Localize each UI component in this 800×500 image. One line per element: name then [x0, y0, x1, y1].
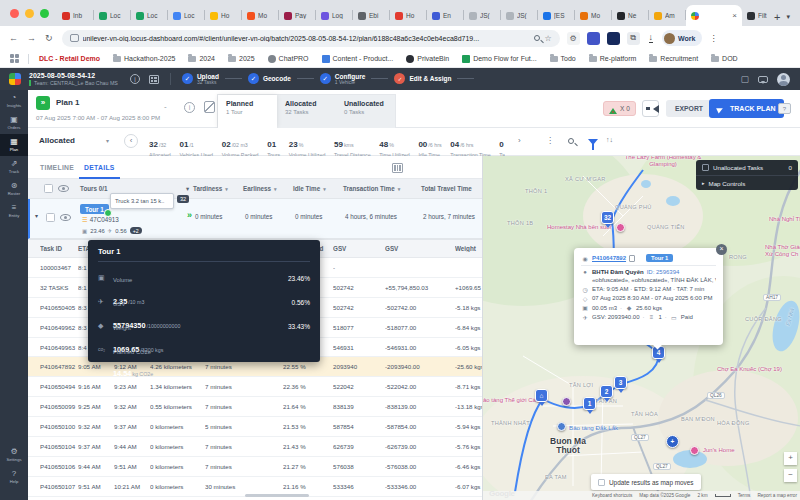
tour-row[interactable]: ▾ Tour 1 Truck 3.2 tan 15 k.. 32 ☰47C049…	[28, 199, 482, 239]
map-marker[interactable]: +	[666, 435, 679, 448]
copy-icon[interactable]	[629, 255, 635, 262]
plan-info-icon[interactable]: i	[184, 102, 195, 113]
zoom-out-button[interactable]: −	[784, 469, 797, 482]
sidebar-item[interactable]: Orders	[0, 112, 28, 134]
browser-tab[interactable]: Ho ×	[390, 5, 427, 26]
browser-tab[interactable]: Ne ×	[612, 5, 649, 26]
popup-task-link[interactable]: P410647892	[592, 255, 626, 261]
map-marker[interactable]	[562, 397, 571, 406]
bookmark-item[interactable]: Demo Flow for Fut...	[462, 54, 536, 63]
unallocated-checkbox[interactable]	[702, 164, 709, 171]
tab-details[interactable]: DETAILS	[84, 164, 115, 171]
tours-group-header[interactable]: Tours 0/1	[80, 185, 108, 192]
filter-icon[interactable]	[588, 139, 598, 145]
workflow-step[interactable]: ✓ Geocode	[248, 73, 291, 84]
shortcuts-icon[interactable]: ?	[778, 103, 791, 114]
workflow-step[interactable]: ✓ Configure 1 Vehicle	[320, 73, 366, 86]
downloads-icon[interactable]: ↓	[649, 33, 654, 43]
announce-button[interactable]	[642, 100, 659, 117]
browser-tab[interactable]: Mo ×	[242, 5, 279, 26]
workflow-step[interactable]: ✓ Upload 32 Tasks	[182, 73, 219, 86]
task-id[interactable]: P410650099	[40, 403, 78, 410]
unallocated-tasks-toggle[interactable]: Unallocated Tasks 0	[696, 160, 798, 175]
browser-menu-icon[interactable]: ⋮	[709, 34, 717, 43]
apps-grid-icon[interactable]	[10, 54, 19, 63]
sidebar-item[interactable]: Settings	[0, 444, 28, 466]
tour-eye-icon[interactable]	[60, 214, 71, 221]
fullscreen-icon[interactable]: ▢	[740, 74, 749, 84]
plan-edit-icon[interactable]	[204, 101, 215, 113]
sidebar-item[interactable]: Insights	[0, 90, 28, 112]
table-row[interactable]: P410650494 9:16 AM 9:23 AM 1.34 kilomete…	[28, 377, 482, 397]
plan-tab[interactable]: Unallocated 0 Tasks	[336, 95, 395, 128]
eye-icon[interactable]	[58, 185, 69, 192]
extensions-puzzle-icon[interactable]: ⧉	[627, 32, 640, 45]
scope-dropdown[interactable]: Allocated	[39, 136, 75, 145]
collapse-stats-button[interactable]: ‹	[124, 134, 138, 148]
tours-caret-icon[interactable]: ▾	[186, 185, 189, 192]
browser-tab[interactable]: En ×	[427, 5, 464, 26]
browser-tab[interactable]: Am ×	[649, 5, 686, 26]
site-info-icon[interactable]	[70, 34, 79, 42]
track-plan-button[interactable]: TRACK PLAN	[709, 99, 784, 118]
sidebar-item[interactable]: Track	[0, 156, 28, 178]
tab-close-icon[interactable]: ×	[732, 11, 737, 20]
browser-tab[interactable]: Filt ×	[742, 5, 768, 26]
map[interactable]: The Lazy Farm (Homestay & Glamping) Nhà …	[482, 156, 800, 500]
task-column-header[interactable]: GSV	[333, 245, 385, 252]
bookmark-item[interactable]: Recruitment	[649, 54, 698, 63]
map-marker[interactable]	[690, 446, 699, 455]
vehicle-name-box[interactable]: Truck 3.2 tan 15 k..	[110, 193, 174, 209]
bookmark-item[interactable]: Content - Product...	[322, 54, 394, 63]
tour-badge[interactable]: Tour 1	[80, 204, 109, 214]
bookmark-star-icon[interactable]: ☆	[544, 34, 551, 43]
sidebar-item[interactable]: Roster	[0, 178, 28, 200]
map-marker[interactable]: 1	[583, 397, 596, 410]
export-button[interactable]: EXPORT	[666, 100, 712, 117]
table-row[interactable]: P410650106 9:44 AM 9:51 AM 0 kilometers …	[28, 457, 482, 477]
browser-tab[interactable]: ×	[686, 5, 742, 26]
more-metrics-badge[interactable]: +2	[130, 227, 142, 234]
map-marker[interactable]: ⌂	[535, 389, 548, 402]
browser-tab[interactable]: Ebi ×	[353, 5, 390, 26]
task-id[interactable]: P410649963	[40, 344, 78, 351]
map-marker[interactable]: 32	[601, 211, 614, 224]
map-marker[interactable]	[557, 422, 566, 431]
browser-tab[interactable]: Log ×	[316, 5, 353, 26]
minimize-window-button[interactable]	[25, 9, 34, 18]
stats-next-chevron-icon[interactable]: ›	[518, 136, 521, 145]
plan-tab[interactable]: Allocated 32 Tasks	[277, 95, 336, 128]
tab-search-chevron-icon[interactable]: ▾	[786, 13, 790, 21]
extension-gear-icon[interactable]: ⚙	[567, 32, 580, 45]
browser-tab[interactable]: [ES ×	[538, 5, 575, 26]
sort-icon[interactable]: ↑↓	[606, 136, 613, 143]
co2-counter-pill[interactable]: X 0	[603, 101, 636, 116]
extension-navy-icon[interactable]	[607, 32, 620, 45]
batch-grid-icon[interactable]	[149, 75, 159, 84]
close-window-button[interactable]	[10, 9, 19, 18]
new-tab-button[interactable]: +	[774, 11, 780, 23]
task-column-header[interactable]: Weight	[455, 245, 482, 252]
user-avatar[interactable]	[777, 73, 790, 86]
sidebar-item[interactable]: Help	[0, 466, 28, 488]
column-header-idle-time[interactable]: Idle Time▾	[293, 185, 326, 192]
bookmark-item[interactable]: Re-platform	[589, 54, 637, 63]
browser-profile-chip[interactable]: Work	[662, 30, 702, 46]
task-id[interactable]: P410650104	[40, 443, 78, 450]
popup-tour-badge[interactable]: Tour 1	[646, 254, 673, 262]
locus-logo[interactable]	[9, 73, 21, 85]
select-all-checkbox[interactable]	[44, 184, 53, 193]
bookmark-item[interactable]: Todo	[550, 54, 576, 63]
expand-caret-icon[interactable]: ▾	[35, 212, 38, 219]
popup-close-icon[interactable]: ×	[716, 244, 727, 255]
terms-link[interactable]: Terms	[738, 493, 751, 498]
open-tour-icon[interactable]: »	[187, 210, 191, 220]
bookmark-item[interactable]: PrivateBin	[406, 54, 449, 63]
column-header-earliness[interactable]: Earliness▾	[243, 185, 277, 192]
zoom-in-button[interactable]: +	[784, 452, 797, 465]
tab-timeline[interactable]: TIMELINE	[40, 164, 74, 171]
stats-kebab-icon[interactable]: ⋮	[546, 136, 554, 145]
task-id[interactable]: P410650494	[40, 383, 78, 390]
update-results-toggle[interactable]: Update results as map moves	[591, 474, 701, 490]
extension-blue-icon[interactable]	[587, 32, 600, 45]
